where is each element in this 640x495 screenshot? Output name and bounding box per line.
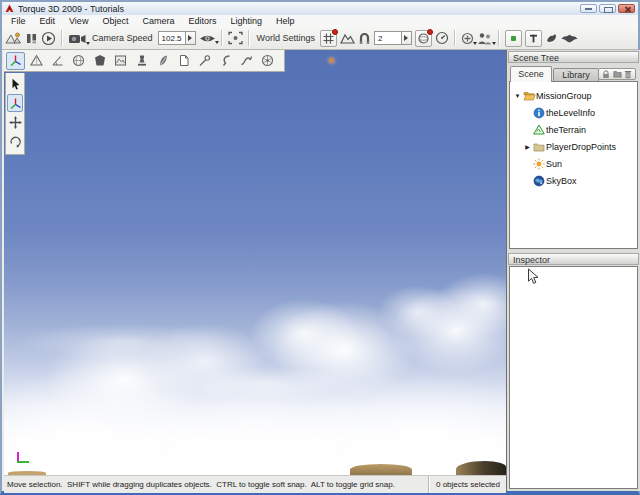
visibility-button[interactable] xyxy=(199,33,216,44)
minimize-button[interactable] xyxy=(580,4,597,13)
visibility-dropdown-caret xyxy=(215,41,219,44)
snap-to-grid-toggle[interactable] xyxy=(320,30,337,47)
camera-speed-value[interactable]: 102.5 xyxy=(159,32,185,44)
inspector-panel[interactable] xyxy=(509,266,638,489)
viewport-3d[interactable] xyxy=(4,50,506,475)
sphere-snap-toggle[interactable] xyxy=(415,30,432,47)
sphere-snap-badge xyxy=(427,29,433,35)
status-hint: Move selection. SHIFT while dragging dup… xyxy=(4,476,428,493)
terrain-editor-tool[interactable] xyxy=(27,52,46,70)
status-bar: Move selection. SHIFT while dragging dup… xyxy=(4,475,506,493)
tree-node-missiongroup[interactable]: ▼ MissionGroup xyxy=(510,87,637,104)
sun-icon xyxy=(532,157,546,170)
players-button[interactable] xyxy=(477,32,493,45)
scene-tree-header: Scene Tree xyxy=(508,51,639,63)
camera-dropdown-caret xyxy=(86,42,90,45)
object-editor-tool[interactable] xyxy=(6,52,25,70)
tree-node-theterrain[interactable]: theTerrain xyxy=(510,121,637,138)
menu-edit[interactable]: Edit xyxy=(33,15,63,27)
close-button[interactable] xyxy=(618,4,635,13)
green-dot-icon xyxy=(511,36,516,41)
camera-speed-input[interactable]: 102.5 xyxy=(158,31,196,45)
tree-node-label[interactable]: MissionGroup xyxy=(536,91,592,101)
terrain-snap-button[interactable] xyxy=(340,32,355,44)
tree-node-sun[interactable]: Sun xyxy=(510,155,637,172)
toolbar-separator xyxy=(248,30,250,46)
selection-count: 0 objects selected xyxy=(430,476,506,493)
select-arrow-tool[interactable] xyxy=(7,75,23,93)
river-path-tool[interactable] xyxy=(237,52,256,70)
tree-node-playerdroppoints[interactable]: ▶ PlayerDropPoints xyxy=(510,138,637,155)
sun-marker[interactable] xyxy=(329,58,334,63)
grid-snap-badge xyxy=(332,29,338,35)
columns-layout-button[interactable] xyxy=(25,32,38,45)
camera-speed-label: Camera Speed xyxy=(90,33,155,43)
folder-open-icon xyxy=(522,89,536,102)
menu-camera[interactable]: Camera xyxy=(135,15,181,27)
tree-node-label[interactable]: PlayerDropPoints xyxy=(546,142,616,152)
material-editor-tool[interactable] xyxy=(69,52,88,70)
menu-view[interactable]: View xyxy=(62,15,95,27)
menu-object[interactable]: Object xyxy=(95,15,135,27)
players-caret xyxy=(492,42,496,45)
main-toolbar: Camera Speed 102.5 World Settings 2 xyxy=(2,27,638,50)
tree-node-label[interactable]: Sun xyxy=(546,159,562,169)
tab-library[interactable]: Library xyxy=(553,68,599,82)
tab-scene[interactable]: Scene xyxy=(510,66,552,82)
menu-file[interactable]: File xyxy=(4,15,33,27)
folder-icon[interactable] xyxy=(613,70,622,78)
tree-node-thelevelinfo[interactable]: theLevelInfo xyxy=(510,104,637,121)
menu-help[interactable]: Help xyxy=(269,15,302,27)
snap-size-input[interactable]: 2 xyxy=(374,31,412,45)
window-title: Torque 3D 2009 - Tutorials xyxy=(18,4,124,14)
inspector-title: Inspector xyxy=(513,255,550,265)
decal-editor-tool[interactable] xyxy=(174,52,193,70)
terrain-hill-center xyxy=(350,464,412,475)
world-settings-button[interactable]: World Settings xyxy=(255,33,317,43)
feather-paint-tool[interactable] xyxy=(153,52,172,70)
terrain-brush-tool[interactable] xyxy=(48,52,67,70)
eagle-icon-button[interactable] xyxy=(561,33,578,44)
lock-icon[interactable] xyxy=(602,70,610,79)
soft-snap-magnet-button[interactable] xyxy=(358,32,371,45)
translate-gizmo-tool[interactable] xyxy=(7,94,23,112)
add-object-button[interactable] xyxy=(461,32,474,45)
scene-tree-title: Scene Tree xyxy=(513,53,559,63)
snap-size-spinner[interactable] xyxy=(401,32,411,44)
inspector-header: Inspector xyxy=(508,253,639,265)
wheel-road-tool[interactable] xyxy=(258,52,277,70)
tree-node-label[interactable]: SkyBox xyxy=(546,176,577,186)
shape-editor-tool[interactable] xyxy=(90,52,109,70)
toolbar-separator xyxy=(221,30,223,46)
tree-node-skybox[interactable]: SkyBox xyxy=(510,172,637,189)
toolbar-separator xyxy=(61,30,63,46)
terrain-texture-tool[interactable] xyxy=(111,52,130,70)
tree-node-label[interactable]: theTerrain xyxy=(546,125,586,135)
camera-mode-button[interactable] xyxy=(68,32,87,45)
app-window: Torque 3D 2009 - Tutorials File Edit Vie… xyxy=(0,0,640,495)
expand-arrow-icon[interactable]: ▶ xyxy=(523,143,532,150)
gauge-button[interactable] xyxy=(435,31,449,45)
rotate-tool[interactable] xyxy=(7,132,23,150)
move-tool[interactable] xyxy=(7,113,23,131)
scene-tree-tabs: Scene Library xyxy=(510,66,599,82)
bounds-render-toggle[interactable] xyxy=(505,30,522,47)
world-level-button[interactable] xyxy=(5,31,22,45)
snap-size-value[interactable]: 2 xyxy=(375,32,401,44)
delete-icon[interactable] xyxy=(624,70,632,79)
stamp-tool[interactable] xyxy=(132,52,151,70)
tree-node-label[interactable]: theLevelInfo xyxy=(546,108,595,118)
menu-lighting[interactable]: Lighting xyxy=(223,15,269,27)
maximize-button[interactable] xyxy=(599,4,616,13)
menu-editors[interactable]: Editors xyxy=(181,15,223,27)
folder-closed-icon xyxy=(532,140,546,153)
text-render-toggle[interactable] xyxy=(525,30,542,47)
pick-tool[interactable] xyxy=(195,52,214,70)
collapse-arrow-icon[interactable]: ▼ xyxy=(513,93,522,99)
screenshot-button[interactable] xyxy=(228,31,243,45)
play-level-button[interactable] xyxy=(41,31,56,46)
sickle-tool[interactable] xyxy=(216,52,235,70)
camera-speed-spinner[interactable] xyxy=(185,32,195,44)
bird-icon-button[interactable] xyxy=(545,32,558,44)
terrain-icon xyxy=(532,123,546,136)
